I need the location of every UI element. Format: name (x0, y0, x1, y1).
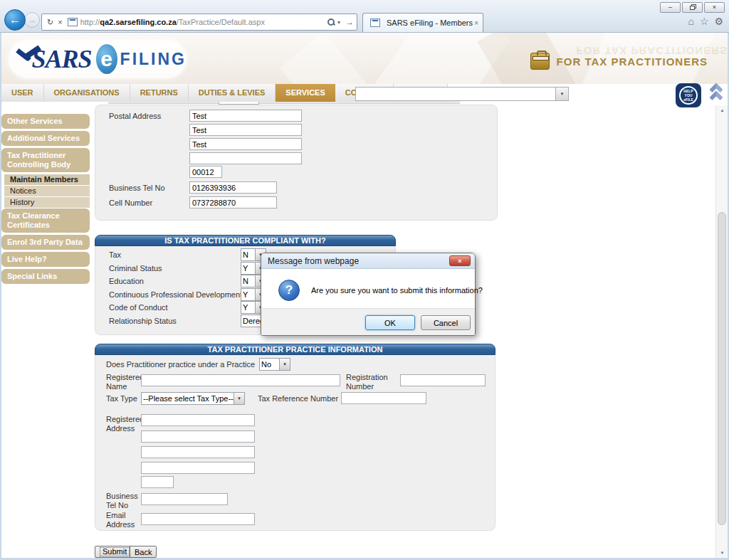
dialog-footer: OK Cancel (261, 308, 475, 335)
ok-button[interactable]: OK (365, 315, 415, 330)
quick-links-combobox[interactable]: ▾ (355, 87, 569, 101)
cpd-label: Continuous Professional Development (109, 290, 242, 300)
business-tel-input[interactable] (189, 181, 277, 194)
question-mark-icon: ? (278, 280, 300, 301)
combobox-value (356, 88, 555, 100)
tab-favicon (370, 19, 380, 27)
registered-address-line1-input[interactable] (141, 414, 255, 426)
registered-address-line4-input[interactable] (141, 462, 255, 474)
sidebar-item-live-help[interactable]: Live Help? (1, 252, 90, 267)
settings-gear-icon[interactable]: ⚙ (714, 16, 723, 26)
sidebar-item-enrol-3rd-party-data[interactable]: Enrol 3rd Party Data (1, 235, 90, 250)
scroll-to-top-icon[interactable] (708, 83, 727, 106)
sidebar-item-other-services[interactable]: Other Services (1, 114, 90, 129)
sidebar-item-additional-services[interactable]: Additional Services (1, 131, 90, 146)
efiling-wordmark: FILING (120, 50, 187, 69)
contact-details-panel: Postal Address Business Tel No Cell Numb… (95, 105, 498, 221)
postal-address-line3-input[interactable] (189, 138, 302, 150)
forward-button[interactable]: → (24, 12, 40, 28)
sidebar-item-tax-clearance-certificates[interactable]: Tax Clearance Certificates (1, 208, 90, 233)
message-dialog: Message from webpage × ? Are you sure yo… (261, 253, 476, 336)
go-arrow-icon[interactable]: → (345, 17, 354, 27)
address-bar[interactable]: ↻ × http://qa2.sarsefiling.co.za/TaxPrac… (41, 14, 357, 31)
restore-button[interactable] (682, 2, 703, 13)
sars-efiling-logo[interactable]: SARS e FILING (9, 40, 187, 78)
sidebar-item-notices[interactable]: Notices (4, 186, 90, 196)
registered-address-line2-input[interactable] (141, 430, 255, 443)
nav-item-services[interactable]: SERVICES (276, 84, 335, 102)
tagline-text: FOR TAX PRACTITIONERS (557, 56, 708, 68)
browser-chrome: – × ← → ↻ × http://qa2.sarsefiling.co.za… (0, 0, 729, 33)
tax-reference-number-label: Tax Reference Number (258, 394, 338, 403)
dialog-close-button[interactable]: × (449, 255, 471, 266)
criminal-status-label: Criminal Status (109, 264, 162, 273)
postal-address-line4-input[interactable] (189, 152, 302, 164)
window-border-left (0, 33, 1, 560)
back-arrow-icon: ← (9, 14, 21, 26)
close-window-button[interactable]: × (704, 2, 725, 13)
restore-icon (690, 6, 695, 10)
search-dropdown-icon[interactable]: ▾ (337, 19, 340, 26)
dialog-title-bar[interactable]: Message from webpage × (261, 253, 475, 269)
sidebar: Other Services Additional Services Tax P… (1, 114, 90, 286)
compliance-panel-title: IS TAX PRACTITIONER COMPLIANT WITH? (95, 235, 396, 246)
scrollbar-thumb[interactable] (718, 212, 726, 525)
dropdown-arrow-icon: ▾ (279, 359, 290, 370)
sars-swoosh-icon (14, 48, 35, 70)
sidebar-item-maintain-members[interactable]: Maintain Members (4, 174, 90, 185)
postal-code-input[interactable] (189, 166, 222, 178)
email-address-label: Email Address (106, 511, 145, 529)
stop-icon[interactable]: × (58, 18, 62, 26)
home-icon[interactable]: ⌂ (688, 16, 693, 26)
dialog-body: ? Are you sure you want to submit this i… (261, 269, 475, 309)
sidebar-item-special-links[interactable]: Special Links (1, 269, 90, 284)
submit-button[interactable]: Submit (95, 546, 135, 558)
scrollbar-down-icon[interactable]: ▼ (716, 551, 728, 555)
scrollbar-up-icon[interactable]: ▲ (716, 108, 728, 112)
sidebar-item-tax-practitioner-controlling-body[interactable]: Tax Practitioner Controlling Body (1, 148, 90, 172)
nav-item-user[interactable]: USER (1, 84, 44, 102)
cancel-button[interactable]: Cancel (421, 315, 471, 330)
postal-address-line1-input[interactable] (189, 110, 302, 122)
postal-address-line2-input[interactable] (189, 124, 302, 136)
back-button[interactable]: ← (4, 9, 26, 31)
practice-business-tel-input[interactable] (141, 493, 228, 505)
cell-number-label: Cell Number (109, 199, 152, 208)
dialog-message: Are you sure you want to submit this inf… (311, 286, 483, 295)
practice-under-practice-select[interactable]: No▾ (259, 358, 290, 371)
tax-type-select[interactable]: --Please select Tax Type--▾ (141, 392, 245, 405)
vertical-scrollbar[interactable]: ▲ ▼ (715, 105, 728, 558)
registered-address-code-input[interactable] (141, 476, 174, 488)
registered-name-input[interactable] (141, 374, 340, 386)
forward-arrow-icon: → (28, 15, 36, 25)
nav-item-organisations[interactable]: ORGANISATIONS (44, 84, 130, 102)
page-favicon (68, 18, 78, 26)
practice-question-label: Does Practitioner practice under a Pract… (106, 360, 255, 369)
briefcase-icon (530, 53, 550, 70)
relationship-status-label: Relationship Status (109, 317, 177, 326)
registered-address-line3-input[interactable] (141, 446, 255, 458)
email-address-input[interactable] (141, 513, 255, 525)
ie-window: – × ← → ↻ × http://qa2.sarsefiling.co.za… (0, 0, 729, 560)
refresh-icon[interactable]: ↻ (47, 18, 53, 27)
tax-type-label: Tax Type (106, 394, 137, 403)
combobox-dropdown-icon[interactable]: ▾ (555, 88, 568, 100)
search-icon[interactable] (327, 18, 335, 26)
sidebar-item-history[interactable]: History (4, 197, 90, 208)
nav-item-returns[interactable]: RETURNS (130, 84, 189, 102)
cell-number-input[interactable] (189, 196, 277, 208)
nav-item-duties-levies[interactable]: DUTIES & LEVIES (189, 84, 276, 102)
help-you-efile-icon[interactable]: HELP YOU eFILE (676, 83, 701, 107)
tax-reference-number-input[interactable] (341, 392, 426, 404)
minimize-button[interactable]: – (660, 2, 681, 13)
practice-business-tel-label: Business Tel No (106, 492, 145, 510)
favorites-star-icon[interactable]: ☆ (700, 16, 709, 26)
header-decoration (280, 33, 378, 84)
back-page-button[interactable]: Back (130, 546, 157, 558)
registration-number-input[interactable] (400, 374, 486, 386)
browser-tab[interactable]: SARS eFiling - Members × (362, 13, 483, 32)
postal-address-label: Postal Address (109, 112, 161, 121)
site-header: SARS e FILING FOR TAX PRACTITIONERS FOR … (1, 33, 728, 84)
practice-panel-title: TAX PRACTITIONER PRACTICE INFORMATION (95, 344, 495, 355)
tab-close-icon[interactable]: × (474, 19, 478, 27)
